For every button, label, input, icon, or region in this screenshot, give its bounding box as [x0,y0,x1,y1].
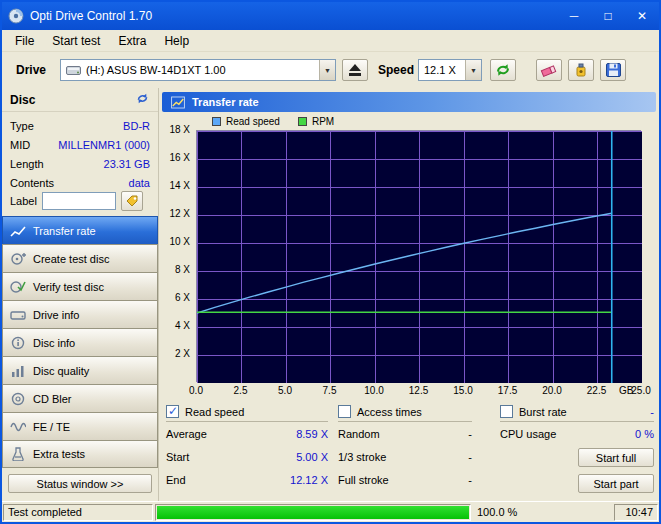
cpu-usage-label: CPU usage [500,428,556,440]
close-button[interactable]: ✕ [625,2,659,30]
menu-bar: File Start test Extra Help [2,30,659,52]
third-stroke-label: 1/3 stroke [338,451,386,463]
x-tick-label: 12.5 [409,385,428,396]
drive-icon [66,65,81,76]
save-icon [605,62,622,78]
window-title: Opti Drive Control 1.70 [30,9,152,23]
drive-label: Drive [16,63,46,77]
main-header: Transfer rate [162,92,656,112]
close-icon: ✕ [637,9,647,23]
title-bar: Opti Drive Control 1.70 ─ □ ✕ [2,2,659,30]
sidebar-item-extra-tests[interactable]: Extra tests [2,440,158,468]
sidebar-item-label: Transfer rate [33,225,96,237]
disc-type-value: BD-R [123,120,150,132]
x-axis-unit: GB [619,385,633,396]
app-window: Opti Drive Control 1.70 ─ □ ✕ File Start… [0,0,661,524]
disc-panel: Disc Type BD-R MID MILLENMR1 (000) Lengt… [2,88,159,501]
x-axis-labels: 0.02.55.07.510.012.515.017.520.022.525.0 [196,385,641,398]
drive-select[interactable]: (H:) ASUS BW-14D1XT 1.00 ▼ [60,59,336,81]
full-stroke-row: Full stroke - [338,468,472,491]
save-button[interactable] [600,59,626,81]
status-window-button[interactable]: Status window >> [8,474,152,493]
disc-contents-label: Contents [10,177,54,189]
drive-info-icon [10,308,26,322]
eraser-icon [540,62,558,78]
transfer-rate-chart [196,130,641,382]
minimize-icon: ─ [570,9,579,23]
refresh-icon [494,62,512,78]
menu-file[interactable]: File [6,31,43,51]
average-value: 8.59 X [296,428,328,440]
sidebar-item-label: Drive info [33,309,79,321]
disc-label-row: Label [10,190,152,212]
refresh-speed-button[interactable] [490,59,516,81]
start-full-button[interactable]: Start full [578,448,654,467]
read-speed-checkbox[interactable] [166,405,179,418]
progress-percent-text: 100.0 % [477,506,517,518]
start-part-label: Start part [593,478,638,490]
burst-rate-value: - [650,406,654,418]
sidebar-item-transfer-rate[interactable]: Transfer rate [2,216,158,244]
third-stroke-value: - [468,451,472,463]
disc-header-label: Disc [10,93,35,107]
third-stroke-row: 1/3 stroke - [338,445,472,468]
menu-help[interactable]: Help [155,31,198,51]
status-text: Test completed [8,506,82,518]
transfer-rate-header-icon [171,96,185,109]
random-row: Random - [338,422,472,445]
disc-refresh-button[interactable] [135,92,150,107]
maximize-button[interactable]: □ [591,2,625,30]
sidebar-item-fe-te[interactable]: FE / TE [2,412,158,440]
sidebar-item-create-test-disc[interactable]: Create test disc [2,244,158,272]
x-tick-label: 25.0 [631,385,650,396]
cd-bler-icon [10,392,26,406]
rpm-swatch [298,117,307,126]
y-tick-label: 16 X [169,152,190,163]
disc-quality-icon [10,364,26,378]
disc-contents-value: data [129,177,150,189]
sidebar-item-label: Extra tests [33,448,85,460]
sidebar-item-disc-info[interactable]: Disc info [2,328,158,356]
status-text-cell: Test completed [3,504,153,521]
disc-length-label: Length [10,158,44,170]
menu-extra[interactable]: Extra [109,31,155,51]
access-times-checkbox[interactable] [338,405,351,418]
sidebar-item-verify-test-disc[interactable]: Verify test disc [2,272,158,300]
chart-legend: Read speed RPM [212,116,334,127]
menu-start-test[interactable]: Start test [43,31,109,51]
legend-rpm-label: RPM [312,116,334,127]
x-tick-label: 20.0 [542,385,561,396]
average-row: Average 8.59 X [166,422,328,445]
eject-button[interactable] [342,59,368,81]
disc-info-row: Type BD-R [10,116,150,135]
y-tick-label: 14 X [169,180,190,191]
burst-rate-checkbox-label: Burst rate [519,406,567,418]
erase-disc-button[interactable] [536,59,562,81]
x-tick-label: 10.0 [364,385,383,396]
sidebar-item-drive-info[interactable]: Drive info [2,300,158,328]
start-value: 5.00 X [296,451,328,463]
sidebar-item-cd-bler[interactable]: CD Bler [2,384,158,412]
x-tick-label: 15.0 [453,385,472,396]
app-icon [8,8,24,24]
status-window-label: Status window >> [37,478,124,490]
y-tick-label: 18 X [169,124,190,135]
disc-label-button[interactable] [121,191,143,211]
start-part-button[interactable]: Start part [578,474,654,493]
maximize-icon: □ [604,9,611,23]
cleaner-button[interactable] [568,59,594,81]
status-bar: Test completed 100.0 % 10:47 [2,501,659,522]
sidebar-item-disc-quality[interactable]: Disc quality [2,356,158,384]
minimize-button[interactable]: ─ [557,2,591,30]
burst-rate-checkbox[interactable] [500,405,513,418]
sidebar: Transfer rate Create test disc Verify te… [2,216,158,468]
access-times-checkbox-label: Access times [357,406,422,418]
disc-refresh-icon [135,92,150,105]
disc-label-input[interactable] [42,192,116,210]
speed-select[interactable]: 12.1 X ▼ [418,59,482,81]
access-times-results: Access times Random - 1/3 stroke - Full … [338,404,472,491]
end-row: End 12.12 X [166,468,328,491]
progress-fill [157,506,469,519]
full-stroke-value: - [468,474,472,486]
speed-label: Speed [378,63,414,77]
